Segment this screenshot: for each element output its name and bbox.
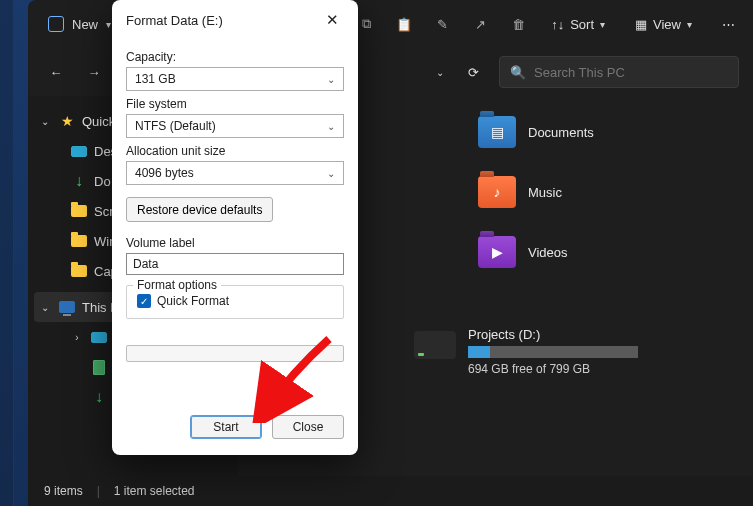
close-button[interactable]: Close xyxy=(272,415,344,439)
back-button[interactable]: ← xyxy=(42,58,70,86)
chevron-down-icon[interactable]: ⌄ xyxy=(38,116,52,127)
folder-icon xyxy=(71,265,87,277)
filesystem-label: File system xyxy=(126,97,344,111)
videos-icon: ▶ xyxy=(478,236,516,268)
sort-icon: ↑↓ xyxy=(551,17,564,32)
music-icon: ♪ xyxy=(478,176,516,208)
view-icon: ▦ xyxy=(635,17,647,32)
folder-icon xyxy=(71,235,87,247)
restore-defaults-button[interactable]: Restore device defaults xyxy=(126,197,273,222)
sort-button[interactable]: ↑↓ Sort ▾ xyxy=(543,13,613,36)
chevron-down-icon: ▾ xyxy=(106,19,111,30)
chevron-down-icon: ▾ xyxy=(600,19,605,30)
drive-usage-bar xyxy=(468,346,490,358)
library-videos[interactable]: ▶ Videos xyxy=(478,236,594,268)
dialog-title: Format Data (E:) xyxy=(126,13,223,28)
refresh-button[interactable]: ⟳ xyxy=(468,65,479,80)
download-icon: ↓ xyxy=(70,172,88,190)
search-box[interactable]: 🔍 xyxy=(499,56,739,88)
format-progress-bar xyxy=(126,345,344,362)
new-button[interactable]: New ▾ xyxy=(38,10,121,38)
format-dialog: Format Data (E:) ✕ Capacity: 131 GB⌄ Fil… xyxy=(112,0,358,455)
quick-format-checkbox[interactable]: ✓ Quick Format xyxy=(137,294,333,308)
allocation-select[interactable]: 4096 bytes⌄ xyxy=(126,161,344,185)
capacity-label: Capacity: xyxy=(126,50,344,64)
chevron-down-icon: ⌄ xyxy=(327,168,335,179)
drive-d[interactable]: Projects (D:) 694 GB free of 799 GB xyxy=(414,327,674,376)
pc-icon xyxy=(59,301,75,313)
desktop-icon xyxy=(71,146,87,157)
chevron-right-icon[interactable]: › xyxy=(70,332,84,343)
chevron-down-icon: ⌄ xyxy=(327,121,335,132)
paste-icon[interactable]: 📋 xyxy=(395,15,413,33)
volume-label-label: Volume label xyxy=(126,236,344,250)
dialog-titlebar[interactable]: Format Data (E:) ✕ xyxy=(112,0,358,40)
forward-button[interactable]: → xyxy=(80,58,108,86)
capacity-select[interactable]: 131 GB⌄ xyxy=(126,67,344,91)
desktop-taskbar-edge xyxy=(0,0,14,506)
view-button[interactable]: ▦ View ▾ xyxy=(627,13,700,36)
documents-icon: ▤ xyxy=(478,116,516,148)
filesystem-select[interactable]: NTFS (Default)⌄ xyxy=(126,114,344,138)
allocation-label: Allocation unit size xyxy=(126,144,344,158)
format-options-group: Format options ✓ Quick Format xyxy=(126,285,344,319)
start-button[interactable]: Start xyxy=(190,415,262,439)
download-icon: ↓ xyxy=(90,388,108,406)
chevron-down-icon: ▾ xyxy=(687,19,692,30)
checkbox-checked-icon: ✓ xyxy=(137,294,151,308)
delete-icon[interactable]: 🗑 xyxy=(509,15,527,33)
library-music[interactable]: ♪ Music xyxy=(478,176,594,208)
status-item-count: 9 items xyxy=(44,484,83,498)
drive-icon xyxy=(414,331,456,359)
chevron-down-icon[interactable]: ⌄ xyxy=(38,302,52,313)
view-label: View xyxy=(653,17,681,32)
share-icon[interactable]: ↗ xyxy=(471,15,489,33)
status-bar: 9 items | 1 item selected xyxy=(28,476,753,506)
new-label: New xyxy=(72,17,98,32)
address-chevron-icon[interactable]: ⌄ xyxy=(436,67,444,78)
star-icon: ★ xyxy=(58,112,76,130)
chevron-down-icon: ⌄ xyxy=(327,74,335,85)
sidebar-label: Quick xyxy=(82,114,115,129)
search-input[interactable] xyxy=(534,65,728,80)
search-icon: 🔍 xyxy=(510,65,526,80)
sort-label: Sort xyxy=(570,17,594,32)
volume-label-input[interactable]: Data xyxy=(126,253,344,275)
copy-icon[interactable]: ⧉ xyxy=(357,15,375,33)
close-icon[interactable]: ✕ xyxy=(320,8,344,32)
status-selected-count: 1 item selected xyxy=(114,484,195,498)
document-icon xyxy=(93,360,105,375)
desktop-icon xyxy=(91,332,107,343)
new-icon xyxy=(48,16,64,32)
library-documents[interactable]: ▤ Documents xyxy=(478,116,594,148)
folder-icon xyxy=(71,205,87,217)
rename-icon[interactable]: ✎ xyxy=(433,15,451,33)
more-button[interactable]: ⋯ xyxy=(714,13,743,36)
